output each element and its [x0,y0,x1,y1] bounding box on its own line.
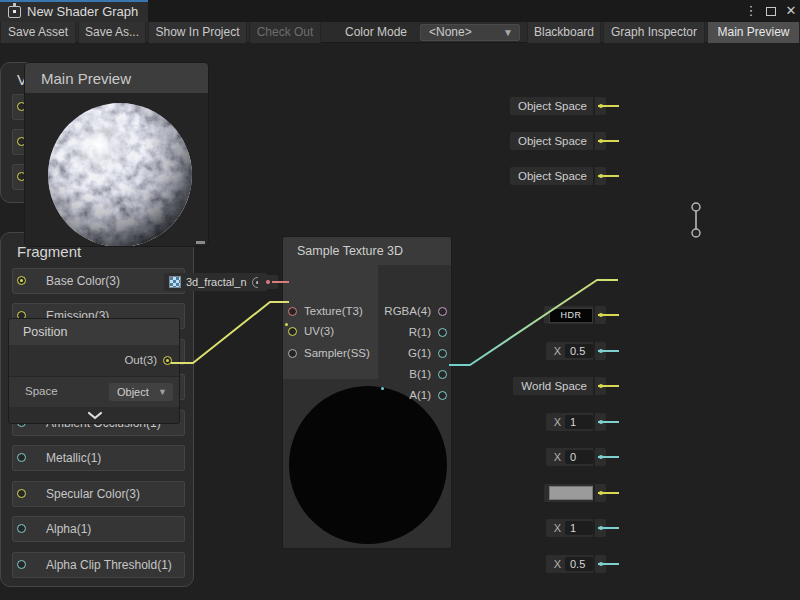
graph-inspector-button[interactable]: Graph Inspector [603,22,705,43]
main-preview-titlebar[interactable]: Main Preview [25,63,208,93]
main-preview-title: Main Preview [41,70,131,87]
active-tab-accent [0,0,148,2]
tab-title: New Shader Graph [27,4,138,19]
metallic-value-field[interactable]: X 0 [546,448,606,466]
uv-port[interactable] [288,327,297,336]
context-link-bottom [692,229,700,237]
connector-dot [593,97,606,115]
connector-dot [593,132,606,150]
position-space-row: Space Object ▼ [9,377,179,407]
chevron-down-icon: ▼ [503,25,513,40]
alpha-clip-threshold-value-field[interactable]: X 0.5 [546,555,606,573]
sample-texture-3d-body: Texture(T3) UV(3) Sampler(SS) RGBA(4) R(… [283,265,451,379]
r-output-row: R(1) [379,322,451,342]
connector-dot [593,342,606,360]
metallic-input[interactable]: 0 [565,450,593,464]
ambient-occlusion-value-field[interactable]: X 1 [546,413,606,431]
block-alpha[interactable]: Alpha(1) [12,516,185,542]
tangent-space-dropdown[interactable]: Object Space [510,167,606,185]
color-mode-value: <None> [429,25,472,39]
space-dropdown[interactable]: Object ▼ [109,383,173,401]
block-specular-color[interactable]: Specular Color(3) [12,481,185,507]
alpha-clip-threshold-port[interactable] [17,560,26,569]
texture-connector-dot [258,275,278,289]
sampler-input-row: Sampler(SS) [283,343,378,363]
rgba-output-row: RGBA(4) [379,301,451,321]
shader-graph-window: New Shader Graph ⋮ ✕ Save Asset Save As.… [0,0,800,600]
main-preview-viewport[interactable] [25,93,208,247]
alpha-clip-threshold-input[interactable]: 0.5 [565,557,593,571]
metallic-port[interactable] [17,453,26,462]
smoothness-input[interactable]: 0.5 [565,344,593,358]
position-node-title[interactable]: Position [9,319,179,345]
preview-resize-handle[interactable] [196,241,205,244]
b-port[interactable] [438,370,447,379]
out-port[interactable] [163,356,172,365]
normal-ws-space-dropdown[interactable]: World Space [513,377,606,395]
connector-dot [593,413,606,431]
graph-canvas[interactable]: Main Preview [0,43,800,600]
block-base-color[interactable]: Base Color(3) [12,268,185,294]
shader-graph-icon [8,6,21,18]
tab-bar: New Shader Graph ⋮ ✕ [0,0,800,22]
texture-object-field[interactable]: 3d_fractal_n [164,273,267,291]
show-in-project-button[interactable]: Show In Project [148,22,247,43]
g-output-row: G(1) [379,343,451,363]
specular-color-swatch[interactable] [549,486,593,500]
sample-texture-3d-title[interactable]: Sample Texture 3D [283,237,451,265]
connector-dot [593,306,606,324]
toolbar: Save Asset Save As... Show In Project Ch… [0,22,800,43]
menu-icon[interactable]: ⋮ [744,0,758,22]
texture-name: 3d_fractal_n [186,276,247,288]
hdr-color-swatch[interactable]: HDR [549,308,593,323]
rgba-port[interactable] [438,307,447,316]
position-out-row: Out(3) [9,345,179,377]
texture-input-row: Texture(T3) [283,301,378,321]
maximize-icon[interactable] [766,7,776,16]
a-output-row: A(1) [379,385,451,405]
chevron-down-icon: ▼ [158,383,167,401]
uv-input-row: UV(3) [283,321,378,341]
sampler-port[interactable] [288,349,297,358]
connector-dot [593,448,606,466]
chevron-down-icon [87,411,103,420]
alpha-value-field[interactable]: X 1 [546,519,606,537]
connector-dot [593,167,606,185]
save-as-button[interactable]: Save As... [78,22,146,43]
block-metallic[interactable]: Metallic(1) [12,445,185,471]
smoothness-value-field[interactable]: X 0.5 [546,342,606,360]
alpha-port[interactable] [17,524,26,533]
position-node[interactable]: Position Out(3) Space Object ▼ [8,318,180,424]
context-link-top [692,203,700,211]
sample-texture-3d-node[interactable]: Sample Texture 3D Texture(T3) UV(3) Samp… [282,236,452,549]
r-port[interactable] [438,328,447,337]
emission-color-field[interactable]: HDR [544,306,606,324]
save-asset-button[interactable]: Save Asset [0,22,76,43]
color-mode-dropdown[interactable]: <None> ▼ [420,24,520,41]
blackboard-button[interactable]: Blackboard [527,22,601,43]
expand-preview-toggle[interactable] [9,407,179,423]
specular-color-port[interactable] [17,489,26,498]
main-preview-window[interactable]: Main Preview [24,62,209,247]
position-space-dropdown[interactable]: Object Space [510,97,606,115]
connector-dot [593,484,606,502]
alpha-input[interactable]: 1 [565,521,593,535]
normal-space-dropdown[interactable]: Object Space [510,132,606,150]
base-color-port[interactable] [17,276,26,285]
close-icon[interactable]: ✕ [784,0,798,22]
b-output-row: B(1) [379,364,451,384]
connector-dot [593,555,606,573]
ambient-occlusion-input[interactable]: 1 [565,415,593,429]
tab-new-shader-graph[interactable]: New Shader Graph [0,0,148,22]
connector-dot [593,377,606,395]
specular-color-field[interactable] [544,484,606,502]
texture-thumbnail-icon [169,276,181,288]
preview-sphere [25,93,208,246]
a-port[interactable] [438,391,447,400]
g-port[interactable] [438,349,447,358]
window-controls: ⋮ ✕ [744,0,798,22]
main-preview-button[interactable]: Main Preview [707,22,800,43]
block-alpha-clip-threshold[interactable]: Alpha Clip Threshold(1) [12,552,185,578]
color-mode-label: Color Mode [345,22,407,43]
texture-port[interactable] [288,307,297,316]
